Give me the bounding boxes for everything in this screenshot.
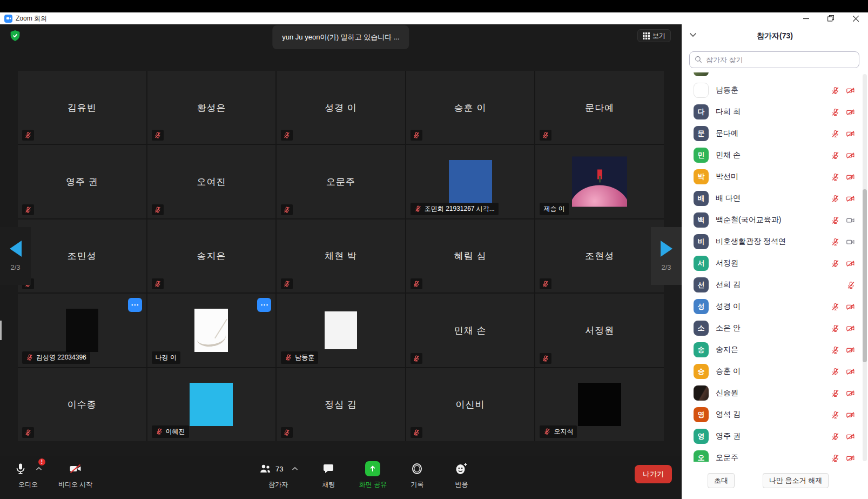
avatar-letter: 소 (698, 323, 705, 333)
participant-status-icons (831, 389, 856, 398)
avatar-letter: 영 (698, 410, 705, 420)
record-button[interactable]: 기록 (403, 461, 431, 489)
mic-muted-icon (413, 280, 420, 288)
tile-video-placeholder (578, 383, 621, 426)
tile-label-chip (22, 427, 34, 438)
participant-status-icons (831, 345, 856, 355)
video-tile[interactable]: 조민희 21931267 시각... (406, 145, 535, 218)
video-tile[interactable]: 제승 이 (535, 145, 664, 218)
tile-more-button[interactable] (257, 298, 271, 312)
participant-row[interactable] (682, 72, 868, 79)
page-indicator: 2/3 (661, 263, 671, 271)
video-tile[interactable]: 이신비 (406, 368, 535, 441)
video-tile[interactable]: 김성영 22034396 (18, 294, 146, 367)
participant-status-icons (831, 367, 856, 376)
participant-row[interactable]: 소 소은 안 (682, 317, 868, 339)
camera-off-icon (845, 259, 856, 268)
reactions-button[interactable]: 반응 (447, 461, 475, 489)
invite-button[interactable]: 초대 (708, 473, 735, 488)
avatar: 문 (694, 126, 709, 141)
video-tile[interactable]: 승훈 이 (406, 71, 535, 144)
video-tile[interactable]: 송지은 (147, 219, 276, 292)
video-tile[interactable]: 문다예 (535, 71, 664, 144)
chevron-up-icon[interactable] (36, 467, 42, 471)
participant-search-input[interactable] (689, 51, 859, 68)
participant-row[interactable]: 영 영주 권 (682, 425, 868, 447)
participant-row[interactable]: 영 영석 김 (682, 404, 868, 425)
video-tile[interactable]: 오지석 (535, 368, 664, 441)
audio-button[interactable]: ! 오디오 (14, 461, 42, 489)
tile-more-button[interactable] (128, 298, 142, 312)
chat-button[interactable]: 채팅 (314, 461, 342, 489)
camera-off-icon (845, 172, 856, 182)
participant-row[interactable]: 선 선희 김 (682, 274, 868, 296)
participant-name: 민채 손 (716, 150, 741, 160)
video-tile[interactable]: 민채 손 (406, 294, 535, 367)
chevron-up-icon[interactable] (292, 467, 298, 471)
window-titlebar: Zoom 회의 (0, 12, 868, 24)
participant-row[interactable]: 박 박선미 (682, 166, 868, 188)
mic-muted-icon (831, 216, 840, 225)
start-video-button[interactable]: 비디오 시작 (58, 461, 92, 489)
leave-button[interactable]: 나가기 (635, 465, 672, 483)
tile-participant-name: 오문주 (277, 176, 405, 188)
participant-row[interactable]: 문 문다예 (682, 123, 868, 144)
participant-row[interactable]: 신승원 (682, 382, 868, 404)
participant-row[interactable]: 백 백순철(국어교육과) (682, 209, 868, 231)
participant-row[interactable]: 성 성경 이 (682, 296, 868, 317)
video-tile[interactable]: 오여진 (147, 145, 276, 218)
avatar: 백 (694, 212, 709, 228)
video-tile[interactable]: 황성은 (147, 71, 276, 144)
participant-name: 영주 권 (716, 431, 741, 441)
video-tile[interactable]: 채현 박 (277, 219, 405, 292)
video-tile[interactable]: 혜림 심 (406, 219, 535, 292)
video-tile[interactable]: 오문주 (277, 145, 405, 218)
participant-name: 서정원 (716, 258, 738, 268)
participant-row[interactable]: 승 승훈 이 (682, 361, 868, 382)
video-tile[interactable]: 조현성 (535, 219, 664, 292)
participant-name: 선희 김 (716, 280, 741, 290)
participant-row[interactable]: 민 민채 손 (682, 144, 868, 166)
video-tile[interactable]: 나경 이 (147, 294, 276, 367)
mic-muted-icon (154, 131, 162, 139)
minimize-button[interactable] (793, 12, 818, 24)
participant-row[interactable]: 남동훈 (682, 79, 868, 101)
security-shield-icon[interactable] (10, 30, 21, 42)
participant-list: 남동훈 다 다희 최 (682, 72, 868, 462)
mic-muted-icon (26, 354, 33, 361)
tile-participant-name: 서정원 (535, 324, 664, 336)
video-tile[interactable]: 영주 권 (18, 145, 146, 218)
share-screen-button[interactable]: 화면 공유 (359, 461, 387, 489)
video-tile[interactable]: 조민성 (18, 219, 146, 292)
participant-row[interactable]: 비 비호생활관장 정석연 (682, 231, 868, 252)
collapse-panel-button[interactable] (689, 31, 697, 39)
unmute-me-button[interactable]: 나만 음소거 해제 (763, 473, 829, 488)
video-tile[interactable]: 이혜진 (147, 368, 276, 441)
search-icon (695, 56, 702, 63)
next-page-button[interactable]: 2/3 (651, 227, 682, 285)
participant-row[interactable]: 다 다희 최 (682, 101, 868, 123)
video-tile[interactable]: 정심 김 (277, 368, 405, 441)
video-tile[interactable]: 성경 이 (277, 71, 405, 144)
participant-row[interactable]: 송 송지은 (682, 339, 868, 361)
view-button[interactable]: 보기 (637, 29, 671, 42)
previous-page-button[interactable]: 2/3 (0, 227, 31, 285)
scrollbar-thumb[interactable] (863, 189, 867, 362)
participant-name: 성경 이 (716, 302, 741, 311)
close-button[interactable] (843, 12, 868, 24)
video-tile[interactable]: 서정원 (535, 294, 664, 367)
participant-row[interactable]: 오 오문주 (682, 447, 868, 462)
tile-label-chip: 나경 이 (152, 351, 180, 364)
tile-label-chip (281, 204, 293, 215)
tile-label-chip: 이혜진 (152, 425, 189, 438)
video-tile[interactable]: 김유빈 (18, 71, 146, 144)
tile-label-text: 조민희 21931267 시각... (425, 204, 495, 214)
participant-row[interactable]: 배 배 다연 (682, 188, 868, 209)
video-tile[interactable]: 남동훈 (277, 294, 405, 367)
video-tile[interactable]: 이수종 (18, 368, 146, 441)
participant-row[interactable]: 서 서정원 (682, 252, 868, 274)
zoom-app-icon (4, 15, 12, 23)
mic-muted-icon (831, 302, 840, 311)
restore-button[interactable] (818, 12, 843, 24)
participants-button[interactable]: 73 참가자 (258, 461, 298, 489)
